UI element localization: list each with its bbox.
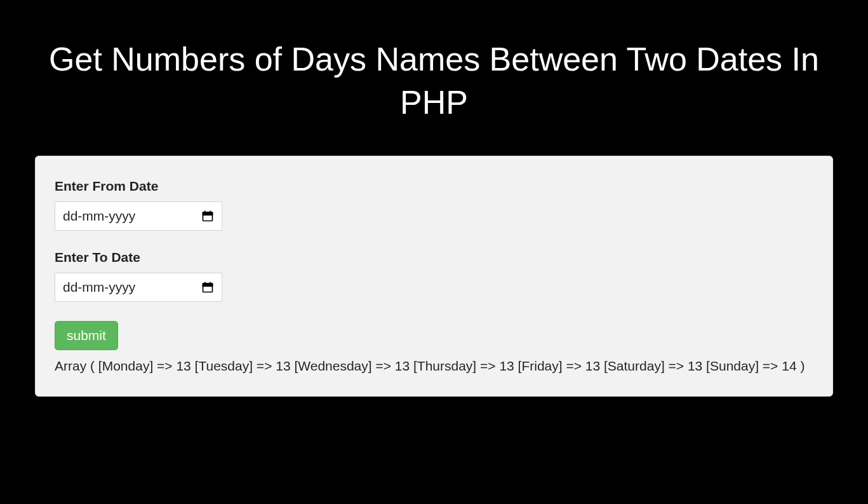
from-date-group: Enter From Date dd-mm-yyyy <box>55 179 813 231</box>
to-date-label: Enter To Date <box>55 250 813 265</box>
to-date-input[interactable]: dd-mm-yyyy <box>55 273 222 302</box>
svg-rect-1 <box>203 212 213 215</box>
from-date-input[interactable]: dd-mm-yyyy <box>55 201 222 231</box>
calendar-icon[interactable] <box>201 281 214 294</box>
from-date-placeholder: dd-mm-yyyy <box>63 208 201 224</box>
to-date-placeholder: dd-mm-yyyy <box>63 280 201 295</box>
svg-rect-5 <box>203 283 213 286</box>
form-panel: Enter From Date dd-mm-yyyy Enter To Date… <box>35 156 833 397</box>
submit-button[interactable]: submit <box>55 321 118 350</box>
calendar-icon[interactable] <box>201 210 214 222</box>
result-output: Array ( [Monday] => 13 [Tuesday] => 13 [… <box>55 355 813 377</box>
page-title: Get Numbers of Days Names Between Two Da… <box>35 25 833 137</box>
from-date-label: Enter From Date <box>55 179 813 194</box>
to-date-group: Enter To Date dd-mm-yyyy <box>55 250 813 302</box>
